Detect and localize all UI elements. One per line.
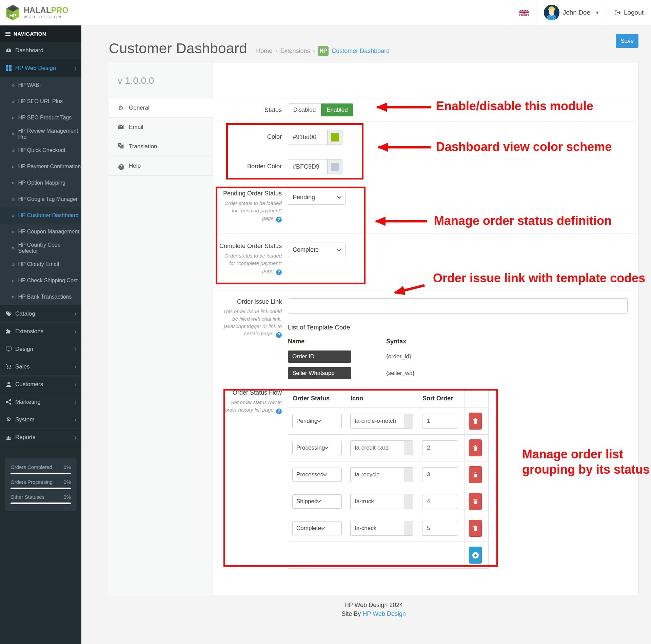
sidebar-item-hp-seo-product-tags[interactable]: »HP SEO Product Tags [0,110,81,126]
tab-help[interactable]: ? Help [109,156,213,176]
order-issue-link-input[interactable] [288,298,628,314]
chevron-right-icon: › [74,380,77,388]
flow-icon-input[interactable] [350,494,404,509]
sidebar-item-hp-customer-dashboard[interactable]: »HP Customer Dashboard [0,207,81,224]
sidebar-item-system[interactable]: ⚙ System› [0,411,81,429]
sidebar-item-dashboard[interactable]: Dashboard [0,42,81,59]
footer-site-by: Site By [341,610,361,617]
progress-bar [11,503,71,504]
trash-icon [473,526,478,531]
gear-icon: ⚙ [117,104,124,112]
sidebar-item-hp-web-design[interactable]: HP Web Design › [0,59,81,77]
brand-logo[interactable]: HALALPRO WEB DESIGN [0,0,81,25]
icon-picker-addon[interactable] [404,521,413,536]
pending-status-row: Pending Order Status Order status to be … [213,181,638,234]
flow-status-select[interactable]: Pending [292,414,342,428]
breadcrumb-home[interactable]: Home [256,48,272,55]
sidebar-item-design[interactable]: Design› [0,340,81,358]
sidebar-item-hp-seo-url-plus[interactable]: »HP SEO URL Plus [0,93,81,110]
flow-sort-input[interactable] [422,414,458,429]
flow-sort-input[interactable] [422,440,458,455]
sidebar-item-extensions[interactable]: Extensions› [0,323,81,340]
flow-sort-input[interactable] [422,494,458,509]
flow-icon-input[interactable] [350,414,404,429]
sidebar-item-catalog[interactable]: Catalog› [0,305,81,323]
sidebar-item-reports[interactable]: Reports› [0,429,81,446]
color-picker-addon[interactable] [327,130,342,145]
delete-row-button[interactable] [469,439,482,456]
help-tooltip-icon[interactable]: ? [276,332,282,338]
flow-header-icon: Icon [346,390,418,408]
flow-icon-input[interactable] [350,521,404,536]
sidebar-item-hp-country-code-selector[interactable]: »HP Country Code Selector [0,240,81,256]
icon-picker-addon[interactable] [404,467,413,482]
chevron-right-icon: › [74,416,77,423]
add-row-button[interactable]: + [469,547,482,564]
flow-status-select[interactable]: Processing [292,441,342,455]
sidebar-item-hp-payment-confirmation[interactable]: »HP Payment Confirmation [0,158,81,175]
template-syntax: {order_id} [386,353,411,360]
help-line: Order status to be loaded [224,253,282,259]
brand-tagline: WEB DESIGN [24,16,68,19]
sidebar-item-hp-google-tag-manager[interactable]: »HP Google Tag Manager [0,191,81,207]
tab-email[interactable]: Email [109,118,213,137]
icon-picker-addon[interactable] [404,414,413,429]
tab-column: v 1.0.0.0 ⚙ General Email Translation ? … [109,63,213,595]
logout-button[interactable]: Logout [607,0,651,25]
help-tooltip-icon[interactable]: ? [276,409,282,414]
angle-double-right-icon: » [12,131,15,137]
flow-sort-input[interactable] [422,521,458,536]
sidebar-item-hp-cloudy-email[interactable]: »HP Cloudy Email [0,256,81,272]
help-line: order history list page [225,407,273,413]
icon-picker-addon[interactable] [404,494,413,509]
sidebar-item-hp-review-management-pro[interactable]: »HP Review Management Pro [0,126,81,142]
pending-status-select[interactable]: Pending [288,190,346,205]
flow-icon-input[interactable] [350,440,404,455]
template-row: Seller Whatsapp {seller_wa} [288,367,628,379]
save-button[interactable]: Save [616,34,638,48]
sidebar-item-customers[interactable]: Customers› [0,376,81,393]
status-enabled-button[interactable]: Enabled [321,103,353,116]
sidebar-item-hp-coupon-management[interactable]: »HP Coupon Management [0,224,81,240]
sidebar-item-hp-bank-transactions[interactable]: »HP Bank Transactions [0,289,81,305]
border-color-input[interactable] [288,159,327,174]
icon-picker-addon[interactable] [404,440,413,455]
gear-icon: ⚙ [6,417,12,422]
delete-row-button[interactable] [469,520,482,537]
sidebar-item-marketing[interactable]: Marketing› [0,393,81,411]
delete-row-button[interactable] [469,493,482,510]
delete-row-button[interactable] [469,466,482,483]
angle-double-right-icon: » [12,147,15,154]
flow-sort-input[interactable] [422,467,458,482]
help-tooltip-icon[interactable]: ? [276,269,282,275]
sidebar-item-hp-quick-checkout[interactable]: »HP Quick Checkout [0,142,81,158]
complete-status-select[interactable]: Complete [288,243,346,257]
delete-row-button[interactable] [469,413,482,430]
sidebar-item-hp-option-mapping[interactable]: »HP Option Mapping [0,175,81,191]
flow-status-select[interactable]: Shipped [292,494,342,509]
sidebar-item-hp-check-shipping-cost[interactable]: »HP Check Shipping Cost [0,272,81,289]
angle-double-right-icon: » [12,196,15,203]
language-switcher[interactable] [512,0,536,25]
help-line: certain page. [244,330,274,336]
breadcrumb-current[interactable]: Customer Dashboard [332,48,390,55]
order-status-flow-row: Order Status Flow Set order status row i… [213,380,638,595]
sidebar-item-label: HP Cloudy Email [18,261,59,267]
template-badge-seller-whatsapp: Seller Whatsapp [288,367,351,379]
border-color-label: Border Color [213,159,282,181]
user-menu[interactable]: John Doe ▼ [536,0,607,25]
help-tooltip-icon[interactable]: ? [276,217,282,223]
breadcrumb-extensions[interactable]: Extensions [280,48,310,55]
flow-icon-input[interactable] [350,467,404,482]
border-color-swatch [331,163,339,171]
flow-status-select[interactable]: Processed [292,468,342,482]
tab-translation[interactable]: Translation [109,137,213,156]
sidebar-item-hp-wabi[interactable]: »HP WABI [0,77,81,93]
color-input[interactable] [288,130,327,145]
status-disabled-button[interactable]: Disabled [288,103,321,116]
footer-link[interactable]: HP Web Design [362,610,406,617]
sidebar-item-sales[interactable]: Sales› [0,358,81,376]
flow-status-select[interactable]: Complete [292,521,342,535]
tab-general[interactable]: ⚙ General [109,98,213,118]
border-color-picker-addon[interactable] [327,159,342,174]
